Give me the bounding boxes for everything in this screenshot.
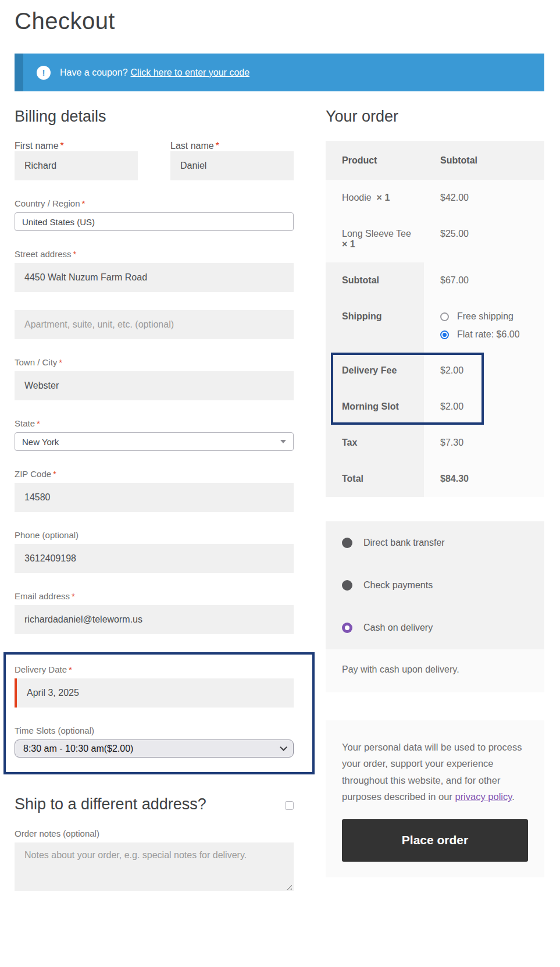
radio-unchecked-icon[interactable] [342, 580, 352, 591]
order-notes-field[interactable] [15, 842, 294, 891]
phone-row: Phone (optional) [15, 530, 294, 573]
product-price-cell: $25.00 [424, 216, 544, 262]
required-mark: * [82, 198, 85, 208]
street-address-field[interactable] [15, 263, 294, 292]
table-row: Hoodie × 1 $42.00 [326, 180, 544, 216]
last-name-label: Last name* [170, 141, 219, 151]
first-name-field[interactable] [15, 151, 138, 180]
phone-label: Phone (optional) [15, 530, 294, 540]
place-order-button[interactable]: Place order [342, 819, 528, 862]
order-notes-label: Order notes (optional) [15, 829, 294, 838]
email-row: Email address* [15, 591, 294, 634]
time-slots-select-value: 8:30 am - 10:30 am($2.00) [23, 744, 280, 754]
delivery-date-field[interactable] [15, 678, 294, 708]
payment-method-cod[interactable]: Cash on delivery [342, 623, 528, 633]
shipping-option-label: Free shipping [457, 311, 513, 322]
state-row: State* New York [15, 418, 294, 451]
radio-unchecked-icon[interactable] [440, 312, 449, 321]
billing-column: Billing details First name* Last name* C… [15, 108, 294, 911]
total-row: Total $84.30 [326, 461, 544, 497]
required-mark: * [53, 469, 56, 479]
morning-slot-value: $2.00 [424, 389, 544, 425]
subtotal-label: Subtotal [326, 262, 424, 298]
required-mark: * [60, 141, 64, 151]
product-price-cell: $42.00 [424, 180, 544, 216]
shipping-label: Shipping [326, 298, 424, 353]
required-mark: * [37, 418, 40, 428]
chevron-down-icon [280, 744, 287, 751]
product-column-header: Product [326, 141, 424, 180]
state-select[interactable]: New York [15, 432, 294, 451]
delivery-fee-label: Delivery Fee [326, 353, 424, 389]
city-row: Town / City* [15, 357, 294, 400]
order-column: Your order Product Subtotal Hoodie × 1 $… [326, 108, 544, 911]
product-qty: × 1 [342, 239, 355, 249]
delivery-fee-row: Delivery Fee $2.00 [326, 353, 544, 389]
required-mark: * [72, 591, 75, 601]
tax-value: $7.30 [424, 425, 544, 461]
time-slots-row: Time Slots (optional) 8:30 am - 10:30 am… [15, 726, 294, 758]
street-address-label: Street address* [15, 249, 294, 259]
payment-method-label: Direct bank transfer [363, 538, 445, 548]
required-mark: * [59, 357, 62, 367]
zip-label: ZIP Code* [15, 469, 294, 479]
total-value: $84.30 [424, 461, 544, 497]
country-select-value: United States (US) [22, 217, 286, 227]
city-field[interactable] [15, 371, 294, 400]
payment-method-check[interactable]: Check payments [342, 580, 528, 591]
country-row: Country / Region* United States (US) [15, 198, 294, 231]
table-row: Long Sleeve Tee × 1 $25.00 [326, 216, 544, 262]
subtotal-row: Subtotal $67.00 [326, 262, 544, 298]
payment-description: Pay with cash upon delivery. [326, 649, 544, 692]
time-slots-label: Time Slots (optional) [15, 726, 294, 735]
address2-field[interactable] [15, 310, 294, 339]
state-select-value: New York [22, 437, 280, 447]
payment-method-label: Cash on delivery [363, 623, 433, 633]
info-icon: ! [37, 66, 51, 80]
morning-slot-row: Morning Slot $2.00 [326, 389, 544, 425]
product-name-cell: Long Sleeve Tee × 1 [326, 216, 424, 262]
country-select[interactable]: United States (US) [15, 212, 294, 231]
phone-field[interactable] [15, 544, 294, 573]
address2-row [15, 310, 294, 339]
shipping-options: Free shipping Flat rate: $6.00 [424, 298, 544, 353]
coupon-banner: ! Have a coupon?Click here to enter your… [15, 54, 544, 91]
payment-methods: Direct bank transfer Check payments Cash… [326, 521, 544, 649]
fee-rows: Delivery Fee $2.00 Morning Slot $2.00 [326, 353, 544, 425]
email-label: Email address* [15, 591, 294, 601]
last-name-field[interactable] [170, 151, 294, 180]
shipping-option-flat-rate[interactable]: Flat rate: $6.00 [440, 329, 538, 340]
order-review-table: Product Subtotal Hoodie × 1 $42.00 Long … [326, 141, 544, 497]
payment-method-label: Check payments [363, 580, 433, 591]
shipping-row: Shipping Free shipping Flat rate: $6.00 [326, 298, 544, 353]
page-title: Checkout [15, 8, 544, 34]
coupon-link[interactable]: Click here to enter your code [131, 67, 250, 77]
billing-heading: Billing details [15, 108, 294, 126]
subtotal-column-header: Subtotal [424, 141, 544, 180]
privacy-policy-link[interactable]: privacy policy [455, 791, 512, 802]
shipping-option-label: Flat rate: $6.00 [457, 329, 520, 340]
street-address-row: Street address* [15, 249, 294, 292]
delivery-fee-value: $2.00 [424, 353, 544, 389]
chevron-down-icon [280, 440, 286, 443]
first-name-row: First name* [15, 141, 138, 180]
privacy-text: Your personal data will be used to proce… [342, 739, 528, 805]
total-label: Total [326, 461, 424, 497]
payment-method-bank-transfer[interactable]: Direct bank transfer [342, 538, 528, 548]
radio-checked-icon[interactable] [440, 330, 449, 339]
tax-row: Tax $7.30 [326, 425, 544, 461]
tax-label: Tax [326, 425, 424, 461]
order-heading: Your order [326, 108, 544, 126]
last-name-row: Last name* [170, 141, 294, 180]
subtotal-value: $67.00 [424, 262, 544, 298]
ship-different-checkbox[interactable] [285, 801, 294, 810]
radio-unchecked-icon[interactable] [342, 538, 352, 548]
city-label: Town / City* [15, 357, 294, 367]
delivery-date-row: Delivery Date* [15, 664, 294, 708]
zip-field[interactable] [15, 483, 294, 512]
time-slots-select[interactable]: 8:30 am - 10:30 am($2.00) [15, 740, 294, 758]
shipping-option-free[interactable]: Free shipping [440, 311, 538, 322]
email-field[interactable] [15, 605, 294, 634]
state-label: State* [15, 418, 294, 428]
radio-checked-icon[interactable] [342, 623, 352, 633]
